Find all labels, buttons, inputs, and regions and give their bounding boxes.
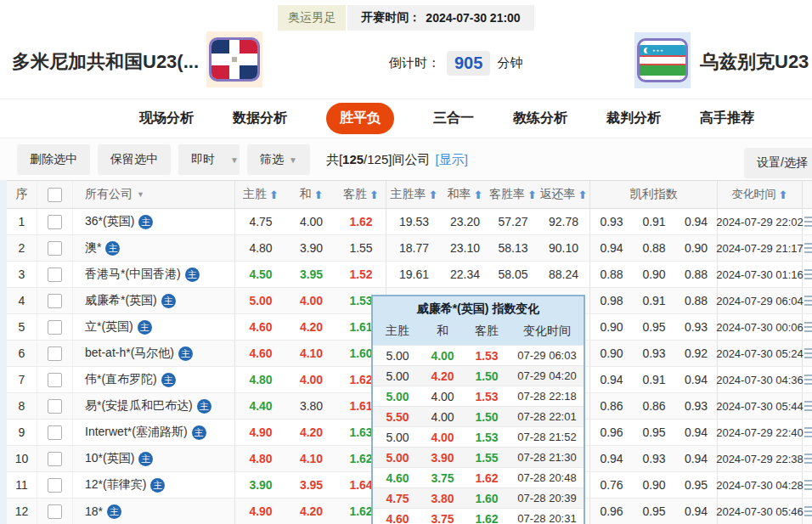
odds-cell[interactable]: 4.10: [286, 341, 336, 366]
odds-cell[interactable]: 1.62: [336, 209, 386, 234]
row-checkbox[interactable]: [48, 268, 62, 282]
header-home-odds[interactable]: 主胜⬆: [235, 181, 286, 208]
tab-4[interactable]: 三合一: [433, 110, 474, 127]
row-checkbox[interactable]: [48, 425, 62, 440]
odds-cell[interactable]: 4.00: [286, 288, 336, 313]
header-company[interactable]: 所有公司▼: [73, 181, 235, 208]
trend-history-icon[interactable]: [804, 480, 812, 490]
icon-cell: [803, 341, 812, 366]
trend-history-icon[interactable]: [804, 454, 812, 464]
odds-cell[interactable]: 4.60: [235, 314, 286, 340]
tab-5[interactable]: 教练分析: [513, 110, 567, 127]
company-cell[interactable]: 立*(英国)主: [73, 314, 235, 340]
select-all-checkbox[interactable]: [48, 188, 62, 202]
trend-history-icon[interactable]: [804, 427, 812, 437]
header-draw-odds[interactable]: 和⬆: [286, 181, 336, 208]
trend-history-icon[interactable]: [804, 348, 812, 358]
trend-history-icon[interactable]: [804, 506, 812, 516]
row-checkbox[interactable]: [48, 504, 62, 519]
tab-1[interactable]: 现场分析: [139, 110, 194, 127]
company-count-text: 共[125/125]间公司: [326, 152, 431, 168]
company-cell[interactable]: Interwet*(塞浦路斯)主: [73, 420, 235, 445]
trend-history-icon[interactable]: [804, 322, 812, 332]
odds-cell[interactable]: 4.60: [235, 341, 286, 366]
tab-2[interactable]: 数据分析: [233, 110, 287, 127]
row-checkbox[interactable]: [48, 452, 62, 466]
icon-cell: [803, 235, 812, 261]
trend-history-icon[interactable]: [804, 269, 812, 279]
delete-selected-button[interactable]: 删除选中: [17, 144, 90, 175]
header-return-rate[interactable]: 返还率⬆: [538, 181, 590, 208]
icon-cell: [803, 288, 812, 313]
company-cell[interactable]: 18*主: [73, 499, 235, 524]
odds-cell[interactable]: 3.95: [286, 262, 336, 287]
filter-dropdown[interactable]: 筛选 ▼: [247, 144, 310, 175]
popup-row: 5.004.001.5307-29 06:03: [373, 345, 584, 365]
odds-cell[interactable]: 4.20: [286, 420, 336, 445]
company-cell[interactable]: 香港马*(中国香港)主: [73, 262, 235, 287]
keep-selected-button[interactable]: 保留选中: [98, 144, 171, 175]
odds-cell[interactable]: 4.20: [286, 499, 336, 524]
tab-6[interactable]: 裁判分析: [606, 110, 661, 127]
odds-cell[interactable]: 3.90: [286, 235, 336, 261]
odds-cell[interactable]: 3.95: [286, 472, 336, 498]
odds-cell[interactable]: 4.90: [235, 420, 286, 445]
popup-time-cell: 07-28 22:18: [510, 390, 584, 403]
odds-cell[interactable]: 4.10: [286, 446, 336, 471]
company-cell[interactable]: 12*(菲律宾)主: [73, 472, 235, 498]
company-cell[interactable]: 澳*主: [73, 235, 235, 261]
trend-history-icon[interactable]: [804, 217, 812, 227]
odds-cell[interactable]: 4.00: [286, 367, 336, 392]
odds-cell[interactable]: 3.80: [286, 393, 336, 419]
odds-cell[interactable]: 1.55: [336, 235, 386, 261]
tab-3[interactable]: 胜平负: [326, 103, 394, 134]
header-away-odds[interactable]: 客胜⬆: [336, 181, 386, 208]
show-link[interactable]: [显示]: [435, 152, 467, 168]
popup-row: 4.603.751.6207-28 20:48: [373, 467, 584, 487]
trend-history-icon[interactable]: [804, 401, 812, 411]
header-change-time[interactable]: 变化时间⬆: [718, 181, 803, 208]
settings-select-button[interactable]: 设置/选择: [744, 148, 812, 178]
odds-cell[interactable]: 4.90: [235, 499, 286, 524]
row-checkbox[interactable]: [48, 373, 62, 387]
row-checkbox[interactable]: [48, 294, 62, 308]
odds-cell[interactable]: 1.52: [336, 262, 386, 287]
instant-dropdown[interactable]: 即时 ▼: [178, 144, 240, 175]
row-checkbox[interactable]: [48, 399, 62, 414]
header-away-rate[interactable]: 客胜率⬆: [488, 181, 538, 208]
header-select-all[interactable]: [37, 181, 73, 208]
popup-odds-cell: 3.90: [422, 451, 463, 465]
row-checkbox[interactable]: [48, 478, 62, 493]
row-checkbox[interactable]: [48, 347, 62, 361]
odds-cell[interactable]: 4.75: [235, 209, 286, 234]
odds-cell[interactable]: 4.80: [235, 235, 286, 261]
row-checkbox[interactable]: [48, 215, 62, 229]
odds-cell[interactable]: 4.80: [235, 446, 286, 471]
trend-history-icon[interactable]: [804, 243, 812, 253]
odds-cell[interactable]: 3.90: [235, 472, 286, 498]
row-number: 5: [7, 314, 37, 340]
rate-cell: 19.61: [386, 262, 442, 287]
header-home-rate[interactable]: 主胜率⬆: [386, 181, 442, 208]
company-cell[interactable]: bet-at-h*(马尔他)主: [73, 341, 235, 366]
odds-cell[interactable]: 4.00: [286, 209, 336, 234]
company-cell[interactable]: 易*(安提瓜和巴布达)主: [73, 393, 235, 419]
company-cell[interactable]: 伟*(直布罗陀)主: [73, 367, 235, 392]
company-cell[interactable]: 10*(英国)主: [73, 446, 235, 471]
trend-history-icon[interactable]: [804, 375, 812, 385]
row-checkbox[interactable]: [48, 241, 62, 256]
odds-cell[interactable]: 4.50: [235, 262, 286, 287]
odds-cell[interactable]: 5.00: [235, 288, 286, 313]
trend-history-icon[interactable]: [804, 296, 812, 306]
popup-header-row: 主胜和客胜变化时间: [373, 321, 584, 345]
company-cell[interactable]: 36*(英国)主: [73, 209, 235, 234]
odds-cell[interactable]: 4.40: [235, 393, 286, 419]
row-checkbox[interactable]: [48, 320, 62, 335]
header-draw-rate[interactable]: 和率⬆: [442, 181, 488, 208]
popup-odds-cell: 4.75: [373, 492, 422, 505]
odds-cell[interactable]: 4.80: [235, 367, 286, 392]
popup-row: 5.504.001.5007-28 22:01: [373, 406, 584, 426]
odds-cell[interactable]: 4.20: [286, 314, 336, 340]
tab-7[interactable]: 高手推荐: [700, 110, 754, 127]
company-cell[interactable]: 威廉希*(英国)主: [73, 288, 235, 313]
